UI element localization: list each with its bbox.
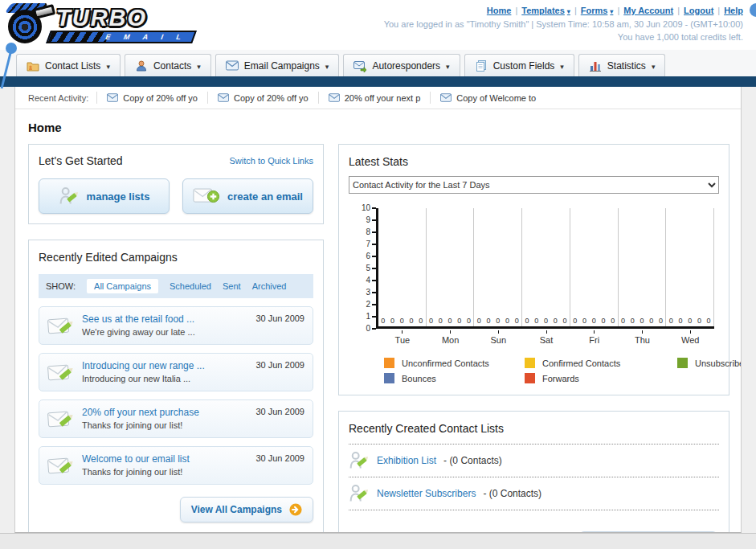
- envelope-icon: [329, 93, 340, 102]
- activity-item-label: Copy of 20% off yo: [123, 93, 198, 103]
- nav-link-home[interactable]: Home: [487, 6, 512, 15]
- campaign-date: 30 Jun 2009: [255, 313, 304, 323]
- tab-label: Contact Lists: [45, 60, 100, 72]
- legend-item: Confirmed Contacts: [525, 358, 677, 368]
- tab-autoresponders[interactable]: Autoresponders: [343, 54, 460, 76]
- manage-lists-button[interactable]: manage lists: [39, 178, 170, 214]
- chart-day-column: 00000: [570, 208, 619, 326]
- contact-activity-chart: 109876543210 000000000000000000000000000…: [352, 208, 717, 383]
- filter-sent[interactable]: Sent: [223, 281, 241, 291]
- legend-swatch: [384, 373, 394, 383]
- credits-line: You have 1,000 total credits left.: [384, 31, 743, 44]
- nav-separator: |: [574, 6, 577, 15]
- contacts-icon: [135, 59, 148, 72]
- campaign-subtitle: Thanks for joining our list!: [82, 467, 248, 477]
- tab-contacts[interactable]: Contacts: [125, 54, 211, 76]
- create-email-button[interactable]: create an email: [182, 178, 313, 214]
- campaign-title-link[interactable]: 20% off your next purchase: [82, 407, 248, 418]
- top-header: TURBO E M A I L Home|Templates|Forms|My …: [0, 0, 756, 50]
- campaign-subtitle: Thanks for joining our list!: [82, 420, 248, 430]
- tab-email-campaigns[interactable]: Email Campaigns: [215, 54, 340, 76]
- pin-decoration: [0, 40, 18, 90]
- chart-day-column: 00000: [378, 208, 427, 326]
- nav-link-forms[interactable]: Forms: [581, 6, 614, 15]
- chevron-down-icon: [652, 60, 656, 72]
- statistics-icon: [589, 59, 602, 72]
- chart-x-labels: TueMonSunSatFriThuWed: [378, 330, 714, 345]
- campaign-title-link[interactable]: See us at the retail food ...: [82, 313, 248, 325]
- filter-all-campaigns[interactable]: All Campaigns: [87, 279, 158, 293]
- nav-link-help[interactable]: Help: [724, 6, 743, 15]
- filter-archived[interactable]: Archived: [252, 281, 287, 291]
- chevron-down-icon: [446, 60, 450, 72]
- header-right: Home|Templates|Forms|My Account|Logout|H…: [384, 0, 756, 50]
- brand-name: TURBO: [56, 5, 147, 31]
- campaign-title-link[interactable]: Introducing our new range ...: [82, 360, 248, 371]
- recent-activity-item[interactable]: Copy of 20% off yo: [96, 92, 207, 104]
- nav-link-templates[interactable]: Templates: [521, 6, 570, 15]
- y-tick-label: 7: [366, 240, 376, 248]
- tab-statistics[interactable]: Statistics: [578, 54, 666, 76]
- campaign-row[interactable]: Welcome to our email list Thanks for joi…: [39, 446, 313, 485]
- legend-swatch: [677, 358, 688, 368]
- tab-custom-fields[interactable]: Custom Fields: [464, 54, 574, 76]
- recent-activity-label: Recent Activity:: [28, 93, 88, 103]
- recent-campaigns-title: Recently Edited Campaigns: [39, 251, 178, 264]
- y-tick-label: 9: [366, 216, 376, 224]
- chevron-down-icon: [325, 60, 329, 72]
- y-tick-label: 6: [366, 252, 376, 260]
- tab-label: Contacts: [153, 60, 191, 72]
- legend-item: Unsubscribes: [677, 358, 742, 368]
- campaign-row[interactable]: See us at the retail food ... We're givi…: [39, 306, 313, 345]
- activity-item-label: Copy of 20% off yo: [234, 93, 309, 103]
- y-tick-label: 3: [366, 289, 376, 297]
- help-bubble-icon: [750, 3, 756, 17]
- legend-swatch: [525, 358, 535, 368]
- chart-day-column: 00000: [619, 208, 667, 326]
- legend-swatch: [525, 373, 535, 383]
- campaign-row[interactable]: 20% off your next purchase Thanks for jo…: [39, 399, 313, 438]
- view-all-campaigns-button[interactable]: View All Campaigns: [180, 497, 313, 522]
- chart-day-column: 00000: [522, 208, 570, 326]
- app-window: TURBO E M A I L Home|Templates|Forms|My …: [0, 0, 756, 549]
- brand-stripes-decoration: [48, 32, 109, 42]
- chevron-down-icon: [197, 60, 201, 72]
- nav-link-logout[interactable]: Logout: [684, 6, 713, 15]
- recent-activity-item[interactable]: Copy of Welcome to: [430, 92, 546, 104]
- filter-scheduled[interactable]: Scheduled: [170, 281, 211, 291]
- recent-contact-lists-title: Recently Created Contact Lists: [349, 422, 504, 435]
- recent-activity-item[interactable]: 20% off your next p: [318, 92, 431, 104]
- campaign-title-link[interactable]: Welcome to our email list: [82, 453, 248, 465]
- contact-list-item[interactable]: Exhibition List - (0 Contacts): [349, 445, 719, 477]
- top-nav: Home|Templates|Forms|My Account|Logout|H…: [384, 6, 743, 15]
- chart-plot: 00000000000000000000000000000000000: [376, 208, 714, 329]
- switch-quick-links[interactable]: Switch to Quick Links: [229, 156, 313, 166]
- campaign-row[interactable]: Introducing our new range ... Introducin…: [39, 353, 313, 391]
- x-tick-label: Mon: [427, 330, 475, 345]
- show-label: SHOW:: [46, 281, 76, 291]
- login-info: You are logged in as "Timothy Smith" | S…: [384, 18, 743, 44]
- brand-subtitle: E M A I L: [104, 33, 188, 41]
- create-email-label: create an email: [227, 191, 303, 203]
- y-tick-label: 2: [366, 301, 376, 309]
- main-tab-bar: Contact Lists Contacts Email Campaigns A…: [0, 50, 756, 76]
- turbo-email-logo[interactable]: TURBO E M A I L: [6, 3, 207, 47]
- envelope-icon: [218, 93, 229, 102]
- tab-contact-lists[interactable]: Contact Lists: [16, 54, 121, 76]
- recent-campaigns-panel: Recently Edited Campaigns SHOW: All Camp…: [28, 240, 324, 533]
- login-line: You are logged in as "Timothy Smith" | S…: [384, 18, 743, 31]
- y-tick-label: 1: [366, 313, 376, 321]
- campaign-date: 30 Jun 2009: [255, 407, 304, 416]
- stats-report-select[interactable]: Contact Activity for the Last 7 Days: [349, 176, 719, 194]
- contact-list-link[interactable]: Exhibition List: [377, 455, 436, 466]
- contact-list-link[interactable]: Newsletter Subscribers: [377, 488, 476, 499]
- contact-list-item[interactable]: Newsletter Subscribers - (0 Contacts): [349, 477, 719, 510]
- campaign-filter-bar: SHOW: All Campaigns Scheduled Sent Archi…: [39, 274, 313, 298]
- nav-link-my-account[interactable]: My Account: [623, 6, 673, 15]
- legend-item: Forwards: [525, 373, 677, 383]
- manage-lists-label: manage lists: [87, 191, 150, 203]
- custom-fields-icon: [475, 59, 488, 72]
- envelope-pencil-icon: [47, 408, 75, 431]
- y-tick-label: 10: [362, 204, 376, 212]
- recent-activity-item[interactable]: Copy of 20% off yo: [207, 92, 318, 104]
